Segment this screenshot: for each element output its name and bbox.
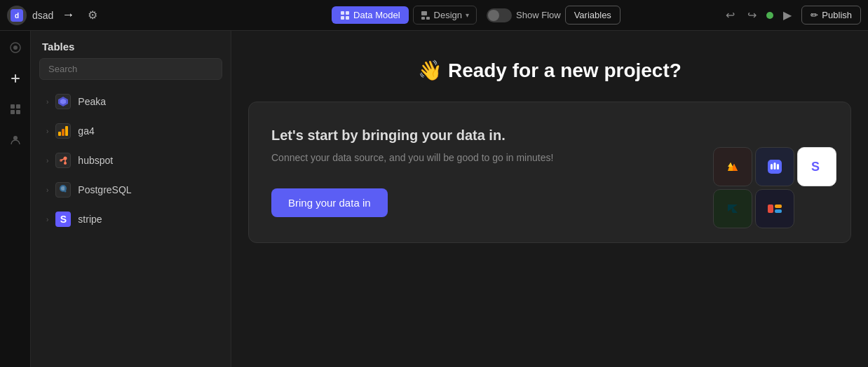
table-list: › Peaka › — [31, 87, 231, 367]
undo-button[interactable]: ↩ — [723, 6, 738, 25]
design-icon — [421, 11, 430, 20]
table-name-stripe: stripe — [78, 214, 102, 225]
svg-rect-7 — [421, 17, 425, 20]
topbar-left: d dsad → ⚙ — [7, 6, 231, 25]
data-model-icon — [340, 11, 350, 20]
hubspot-logo — [55, 153, 71, 168]
svg-rect-33 — [771, 164, 773, 169]
svg-point-27 — [64, 162, 67, 165]
design-label: Design — [434, 10, 462, 20]
show-flow-toggle-container: Show Flow — [487, 8, 561, 22]
svg-rect-14 — [16, 104, 20, 109]
topbar-right: ↩ ↪ ▶ ✏ Publish — [721, 6, 861, 25]
topbar: d dsad → ⚙ Data Model Design ▾ — [0, 0, 868, 31]
data-model-label: Data Model — [353, 10, 400, 20]
chevron-right-icon-ga4: › — [46, 127, 48, 135]
app-avatar[interactable]: d — [7, 6, 27, 25]
pebble-icon — [755, 189, 794, 228]
svg-rect-16 — [16, 110, 20, 114]
bring-data-button[interactable]: Bring your data in — [271, 188, 388, 217]
rail-home-icon[interactable] — [6, 38, 25, 57]
redo-button[interactable]: ↪ — [745, 6, 759, 25]
svg-rect-21 — [62, 129, 65, 136]
show-flow-toggle[interactable] — [487, 8, 512, 22]
svg-text:S: S — [811, 160, 820, 174]
tab-design[interactable]: Design ▾ — [413, 6, 477, 25]
stripe-logo: S — [55, 212, 71, 227]
publish-label: Publish — [822, 10, 852, 20]
table-name-ga4: ga4 — [78, 125, 94, 137]
panel-header: Tables — [31, 31, 231, 58]
svg-rect-8 — [426, 17, 430, 20]
publish-button[interactable]: ✏ Publish — [801, 6, 861, 25]
stripe-s-icon: S — [797, 147, 836, 186]
svg-rect-6 — [421, 11, 427, 15]
svg-rect-3 — [346, 11, 349, 15]
variables-button[interactable]: Variables — [565, 6, 621, 25]
svg-rect-38 — [775, 205, 782, 208]
publish-pencil-icon: ✏ — [811, 10, 818, 20]
svg-rect-13 — [11, 104, 15, 109]
welcome-title: 👋 Ready for a new project? — [248, 59, 851, 82]
ga4-logo — [55, 123, 71, 139]
data-card: Let's start by bringing your data in. Co… — [248, 102, 851, 243]
table-name-hubspot: hubspot — [78, 155, 113, 166]
table-item-peaka[interactable]: › Peaka — [35, 87, 226, 116]
project-name: dsad — [32, 10, 53, 21]
peaka-logo — [55, 94, 71, 109]
chevron-right-icon-stripe: › — [46, 216, 48, 223]
svg-point-10 — [13, 46, 18, 50]
table-item-postgresql[interactable]: › PostgreSQL — [35, 175, 226, 205]
svg-point-31 — [65, 191, 67, 193]
table-name-peaka: Peaka — [78, 96, 106, 107]
intercom-icon — [755, 147, 794, 186]
status-dot-icon — [766, 12, 773, 19]
svg-rect-12 — [11, 78, 20, 79]
content-inner: 👋 Ready for a new project? Let's start b… — [248, 59, 851, 243]
firebase-icon — [713, 147, 752, 186]
arrow-right-icon: → — [62, 8, 74, 22]
svg-text:d: d — [15, 12, 19, 20]
svg-point-17 — [13, 136, 18, 140]
table-name-postgresql: PostgreSQL — [78, 184, 131, 195]
table-item-hubspot[interactable]: › hubspot — [35, 146, 226, 175]
main-layout: Tables › Peaka › — [0, 31, 868, 367]
table-item-ga4[interactable]: › ga4 — [35, 116, 226, 146]
table-item-stripe[interactable]: › S stripe — [35, 205, 226, 234]
svg-rect-5 — [346, 16, 349, 20]
postgresql-logo — [55, 182, 71, 198]
chevron-right-icon-hubspot: › — [46, 157, 48, 165]
left-panel: Tables › Peaka › — [31, 31, 231, 367]
card-title: Let's start by bringing your data in. — [271, 127, 828, 144]
rail-add-icon[interactable] — [6, 69, 25, 88]
show-flow-label: Show Flow — [516, 10, 561, 20]
svg-rect-2 — [341, 11, 344, 15]
tab-data-model[interactable]: Data Model — [332, 6, 408, 24]
design-chevron-icon: ▾ — [466, 11, 469, 19]
rail-grid-icon[interactable] — [6, 99, 25, 119]
tables-title: Tables — [42, 41, 74, 53]
svg-rect-20 — [58, 132, 61, 136]
svg-rect-4 — [341, 16, 344, 20]
content-area: 👋 Ready for a new project? Let's start b… — [231, 31, 868, 367]
svg-rect-34 — [774, 162, 776, 169]
svg-rect-39 — [775, 209, 782, 213]
svg-rect-22 — [65, 126, 68, 136]
zendesk-icon — [713, 189, 752, 228]
chevron-right-icon: › — [46, 98, 48, 106]
chevron-right-icon-postgresql: › — [46, 186, 48, 194]
rail-profile-icon[interactable] — [6, 130, 25, 150]
svg-rect-35 — [777, 164, 779, 169]
toggle-knob — [488, 10, 499, 21]
topbar-center: Data Model Design ▾ Show Flow Variables — [237, 6, 715, 25]
play-button[interactable]: ▶ — [780, 6, 794, 25]
settings-icon[interactable]: ⚙ — [83, 6, 102, 25]
svg-rect-15 — [11, 110, 15, 114]
search-input[interactable] — [39, 58, 222, 80]
icon-rail — [0, 31, 31, 367]
svg-rect-37 — [768, 205, 773, 213]
integrations-cluster: S — [713, 147, 836, 228]
